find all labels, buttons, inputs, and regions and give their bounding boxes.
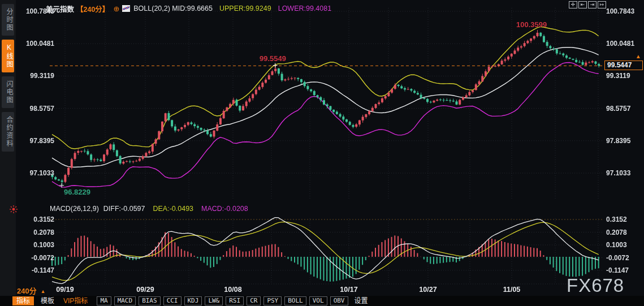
macd-dea-value: DEA:-0.0493: [153, 205, 193, 213]
date-tick-label: 10/27: [411, 286, 445, 294]
toolbar-item-OBV[interactable]: OBV: [330, 296, 348, 305]
axis-tick-label: 0.3152: [17, 216, 54, 223]
axis-tick-label: 98.5757: [17, 105, 54, 113]
axis-compress-icon[interactable]: ⇤: [578, 1, 587, 8]
date-tick-label: 10/08: [216, 286, 250, 294]
macd-header: MACD(26,12,9) DIFF:-0.0597 DEA:-0.0493 M…: [50, 205, 248, 213]
peak-annotation: 100.3599: [516, 20, 547, 29]
toolbar-item-设置[interactable]: 设置: [351, 296, 371, 305]
macd-value: MACD:-0.0208: [201, 205, 248, 213]
axis-tick-label: 97.1033: [606, 169, 643, 177]
date-tick-label: 09/19: [48, 286, 82, 294]
boll-mid-value: BOLL(20,2) MID:99.6665: [133, 5, 213, 12]
date-tick-label: 11/05: [495, 286, 529, 294]
toolbar-item-BIAS[interactable]: BIAS: [139, 296, 161, 305]
globe-icon[interactable]: ⊕: [113, 5, 119, 13]
fx678-watermark: FX678: [567, 275, 624, 296]
last-price-badge: 99.5447: [604, 61, 643, 70]
alert-blinker-icon[interactable]: [9, 205, 18, 214]
swing-high-annotation: 99.5549: [260, 54, 286, 63]
axis-tick-label: -0.0072: [17, 254, 54, 262]
trading-chart-window: 分时图K线图闪电图合约资料 美元指数 【240分】 ⊕ BOLL(20,2) M…: [0, 0, 644, 306]
symbol-name: 美元指数: [46, 3, 74, 14]
toolbar-item-MACD[interactable]: MACD: [114, 296, 136, 305]
axis-tick-label: 99.3119: [606, 72, 643, 80]
axis-tick-label: 0.2078: [606, 229, 643, 236]
chart-tools: ✛⇤⇥↦: [569, 1, 606, 8]
macd-params: MACD(26,12,9): [50, 205, 99, 213]
axis-tick-label: 0.2078: [17, 229, 54, 236]
chart-type-sidebar: 分时图K线图闪电图合约资料: [0, 0, 16, 296]
axis-tick-label: 100.7843: [606, 7, 643, 15]
chart-header: 美元指数 【240分】 ⊕ BOLL(20,2) MID:99.6665 UPP…: [46, 3, 331, 14]
mini-chart-icon[interactable]: [122, 5, 130, 12]
axis-tick-label: 0.1003: [606, 241, 643, 249]
axis-tick-label: 0.1003: [17, 241, 54, 249]
toolbar-item-PSY[interactable]: PSY: [263, 296, 282, 305]
axis-tick-label: -0.1147: [606, 266, 643, 274]
date-tick-label: 09/29: [128, 286, 162, 294]
period-label[interactable]: 【240分】: [76, 3, 109, 14]
toolbar-item-MA[interactable]: MA: [97, 296, 111, 305]
boll-upper-value: UPPER:99.9249: [219, 5, 271, 12]
toolbar-item-LW&[interactable]: LW&: [205, 296, 223, 305]
axis-expand-icon[interactable]: ⇥: [588, 1, 597, 8]
toolbar-item-CR[interactable]: CR: [247, 296, 261, 305]
date-tick-label: 10/17: [332, 286, 366, 294]
toolbar-item-VOL[interactable]: VOL: [309, 296, 327, 305]
boll-lower-value: LOWER:99.4081: [278, 5, 332, 12]
axis-tick-label: -0.0072: [606, 254, 643, 262]
toolbar-item-KDJ[interactable]: KDJ: [184, 296, 202, 305]
axis-tick-label: 97.8395: [17, 137, 54, 145]
axis-tick-label: 99.3119: [17, 72, 54, 80]
timeframe-selector[interactable]: 240分▲: [17, 285, 46, 296]
pan-chart-icon[interactable]: ✛: [569, 1, 577, 8]
toolbar-item-RSI[interactable]: RSI: [226, 296, 244, 305]
indicator-toolbar: 指标模板VIP指标MAMACDBIASCCIKDJLW&RSICRPSYBOLL…: [0, 296, 644, 306]
toolbar-item-指标[interactable]: 指标: [12, 296, 34, 305]
sidebar-tab-item[interactable]: 合约资料: [2, 112, 14, 152]
axis-tick-label: 98.5757: [606, 105, 643, 113]
low-annotation: 96.8229: [64, 188, 90, 196]
axis-tick-label: 97.1033: [17, 169, 54, 177]
axis-tick-label: 100.0481: [17, 40, 54, 48]
chevron-up-icon: ▲: [41, 288, 46, 294]
axis-tick-label: -0.1147: [17, 266, 54, 274]
pane-shift-icon[interactable]: ↦: [598, 1, 606, 8]
toolbar-item-CCI[interactable]: CCI: [163, 296, 181, 305]
toolbar-item-BOLL[interactable]: BOLL: [284, 296, 306, 305]
sidebar-tab-item[interactable]: 闪电图: [2, 76, 14, 108]
macd-diff-value: DIFF:-0.0597: [103, 205, 145, 213]
chart-canvas[interactable]: [0, 0, 644, 306]
axis-tick-label: 97.8395: [606, 137, 643, 145]
axis-tick-label: 100.0481: [606, 40, 643, 48]
axis-tick-label: 0.3152: [606, 216, 643, 223]
toolbar-item-模板[interactable]: 模板: [37, 296, 58, 305]
sidebar-tab-item[interactable]: 分时图: [2, 4, 14, 36]
price-marker-arrow-icon: ▲: [636, 53, 641, 59]
sidebar-tab-active[interactable]: K线图: [2, 40, 14, 72]
toolbar-item-VIP指标[interactable]: VIP指标: [60, 296, 91, 305]
